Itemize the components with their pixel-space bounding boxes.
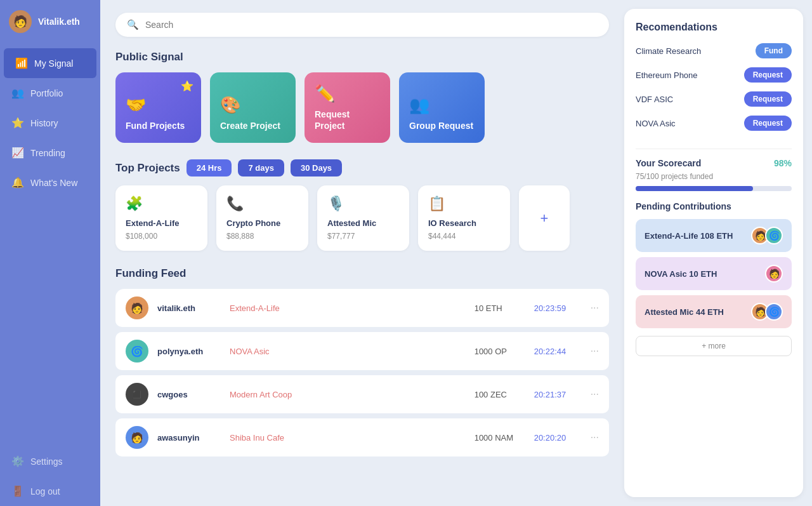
feed-time-3: 20:20:20 bbox=[534, 433, 582, 443]
whats-new-icon: 🔔 bbox=[11, 176, 24, 189]
project-cards: 🧩 Extend-A-Life $108,000 📞 Crypto Phone … bbox=[115, 185, 609, 251]
feed-time-2: 20:21:37 bbox=[534, 390, 582, 399]
group-request-label: Group Request bbox=[409, 120, 475, 131]
feed-more-0[interactable]: ··· bbox=[591, 302, 599, 314]
fund-projects-icon: 🤝 bbox=[126, 95, 191, 115]
portfolio-icon: 👥 bbox=[11, 87, 24, 99]
sidebar-label-settings: Settings bbox=[30, 456, 63, 467]
create-project-label: Create Project bbox=[220, 120, 285, 131]
crypto-phone-icon: 📞 bbox=[226, 196, 298, 212]
feed-project-1[interactable]: NOVA Asic bbox=[230, 347, 466, 356]
top-projects-header: Top Projects 24 Hrs 7 days 30 Days bbox=[115, 159, 609, 176]
create-project-icon: 🎨 bbox=[220, 95, 285, 115]
sidebar-item-whats-new[interactable]: 🔔 What's New bbox=[0, 168, 100, 197]
sidebar-label-logout: Log out bbox=[30, 486, 60, 496]
rec-item-ethereum-phone: Ethereum Phone Request bbox=[636, 67, 792, 83]
project-card-attested-mic[interactable]: 🎙️ Attested Mic $77,777 bbox=[317, 185, 409, 251]
pending-avatars-nova: 🧑 bbox=[769, 265, 783, 283]
rec-request-button-ethereum[interactable]: Request bbox=[744, 67, 792, 83]
sidebar-item-history[interactable]: ⭐ History bbox=[0, 108, 100, 138]
sidebar-item-portfolio[interactable]: 👥 Portfolio bbox=[0, 78, 100, 108]
feed-time-0: 20:23:59 bbox=[534, 303, 582, 313]
progress-bar-fill bbox=[636, 186, 753, 191]
feed-avatar-1: 🌀 bbox=[126, 340, 148, 363]
sidebar-label-portfolio: Portfolio bbox=[30, 88, 63, 98]
rec-item-climate-research: Climate Research Fund bbox=[636, 43, 792, 58]
rec-name-nova-asic: NOVA Asic bbox=[636, 119, 676, 128]
crypto-phone-name: Crypto Phone bbox=[226, 218, 298, 229]
feed-amount-3: 1000 NAM bbox=[475, 433, 525, 443]
pending-label-extend: Extend-A-Life 108 ETH bbox=[645, 231, 733, 241]
search-input[interactable] bbox=[145, 20, 598, 30]
sidebar-item-trending[interactable]: 📈 Trending bbox=[0, 138, 100, 168]
public-signal-title: Public Signal bbox=[115, 51, 609, 63]
extend-a-life-name: Extend-A-Life bbox=[126, 218, 197, 229]
rec-name-ethereum-phone: Ethereum Phone bbox=[636, 70, 698, 80]
filter-30days[interactable]: 30 Days bbox=[291, 159, 342, 176]
signal-cards: ⭐ 🤝 Fund Projects 🎨 Create Project ✏️ Re… bbox=[115, 72, 609, 143]
feed-more-2[interactable]: ··· bbox=[591, 389, 599, 400]
feed-amount-0: 10 ETH bbox=[475, 303, 525, 313]
scorecard-percent: 98% bbox=[774, 158, 792, 168]
feed-avatar-0: 🧑 bbox=[126, 296, 148, 319]
feed-user-0: vitalik.eth bbox=[157, 303, 221, 313]
feed-project-3[interactable]: Shiba Inu Cafe bbox=[230, 433, 466, 443]
avatar: 🧑 bbox=[9, 10, 32, 33]
sidebar-label-trending: Trending bbox=[30, 148, 65, 158]
pending-item-nova-asic[interactable]: NOVA Asic 10 ETH 🧑 bbox=[636, 257, 792, 290]
request-project-icon: ✏️ bbox=[315, 84, 380, 103]
rec-item-vdf-asic: VDF ASIC Request bbox=[636, 91, 792, 107]
attested-mic-icon: 🎙️ bbox=[327, 196, 399, 212]
rec-name-climate-research: Climate Research bbox=[636, 46, 701, 56]
feed-more-3[interactable]: ··· bbox=[591, 432, 599, 443]
signal-card-group-request[interactable]: 👥 Group Request bbox=[399, 72, 485, 143]
filter-24hrs[interactable]: 24 Hrs bbox=[187, 159, 232, 176]
username: Vitalik.eth bbox=[38, 17, 80, 27]
sidebar-item-my-signal[interactable]: 📶 My Signal bbox=[4, 48, 96, 78]
feed-more-1[interactable]: ··· bbox=[591, 345, 599, 357]
recommendations-title: Recomendations bbox=[636, 22, 792, 33]
rec-item-nova-asic: NOVA Asic Request bbox=[636, 116, 792, 131]
io-research-amount: $44,444 bbox=[428, 232, 500, 241]
scorecard-sub: 75/100 projects funded bbox=[636, 172, 792, 181]
feed-user-3: awasunyin bbox=[157, 433, 221, 443]
project-card-crypto-phone[interactable]: 📞 Crypto Phone $88,888 bbox=[216, 185, 308, 251]
pending-label-attested: Attested Mic 44 ETH bbox=[645, 307, 724, 317]
logout-icon: 🚪 bbox=[11, 485, 24, 497]
feed-project-2[interactable]: Modern Art Coop bbox=[230, 390, 466, 399]
feed-table: 🧑 vitalik.eth Extend-A-Life 10 ETH 20:23… bbox=[115, 289, 609, 462]
feed-row: 🌀 polynya.eth NOVA Asic 1000 OP 20:22:44… bbox=[115, 332, 609, 370]
filter-7days[interactable]: 7 days bbox=[238, 159, 284, 176]
scorecard-title: Your Scorecard bbox=[636, 158, 701, 168]
funding-feed-title: Funding Feed bbox=[115, 267, 609, 280]
project-card-extend-a-life[interactable]: 🧩 Extend-A-Life $108,000 bbox=[115, 185, 207, 251]
plus-icon: + bbox=[540, 210, 549, 227]
signal-icon: 📶 bbox=[15, 57, 28, 69]
pending-avatars-attested: 🧑 🌀 bbox=[755, 303, 783, 321]
sidebar-user[interactable]: 🧑 Vitalik.eth bbox=[0, 0, 100, 43]
pending-label-nova: NOVA Asic 10 ETH bbox=[645, 269, 717, 279]
feed-project-0[interactable]: Extend-A-Life bbox=[230, 303, 466, 313]
signal-card-fund-projects[interactable]: ⭐ 🤝 Fund Projects bbox=[115, 72, 201, 143]
rec-fund-button-climate[interactable]: Fund bbox=[756, 43, 792, 58]
rec-request-button-nova[interactable]: Request bbox=[744, 116, 792, 131]
signal-card-create-project[interactable]: 🎨 Create Project bbox=[210, 72, 296, 143]
crypto-phone-amount: $88,888 bbox=[226, 232, 298, 241]
sidebar-label-my-signal: My Signal bbox=[34, 58, 73, 69]
sidebar-item-settings[interactable]: ⚙️ Settings bbox=[0, 446, 100, 476]
pending-avatars-extend: 🧑 🌀 bbox=[755, 227, 783, 244]
more-button[interactable]: + more bbox=[636, 336, 792, 356]
pending-avatar: 🌀 bbox=[765, 303, 783, 321]
io-research-name: IO Research bbox=[428, 218, 500, 229]
signal-card-request-project[interactable]: ✏️ Request Project bbox=[304, 72, 390, 143]
pending-avatar: 🌀 bbox=[765, 227, 783, 244]
add-project-button[interactable]: + bbox=[519, 185, 570, 251]
search-icon: 🔍 bbox=[127, 19, 139, 30]
project-card-io-research[interactable]: 📋 IO Research $44,444 bbox=[418, 185, 510, 251]
pending-item-attested-mic[interactable]: Attested Mic 44 ETH 🧑 🌀 bbox=[636, 295, 792, 328]
pending-item-extend-a-life[interactable]: Extend-A-Life 108 ETH 🧑 🌀 bbox=[636, 219, 792, 252]
sidebar-item-logout[interactable]: 🚪 Log out bbox=[0, 476, 100, 506]
rec-name-vdf-asic: VDF ASIC bbox=[636, 95, 673, 104]
top-projects-section: Top Projects 24 Hrs 7 days 30 Days 🧩 Ext… bbox=[115, 159, 609, 251]
rec-request-button-vdf[interactable]: Request bbox=[744, 91, 792, 107]
